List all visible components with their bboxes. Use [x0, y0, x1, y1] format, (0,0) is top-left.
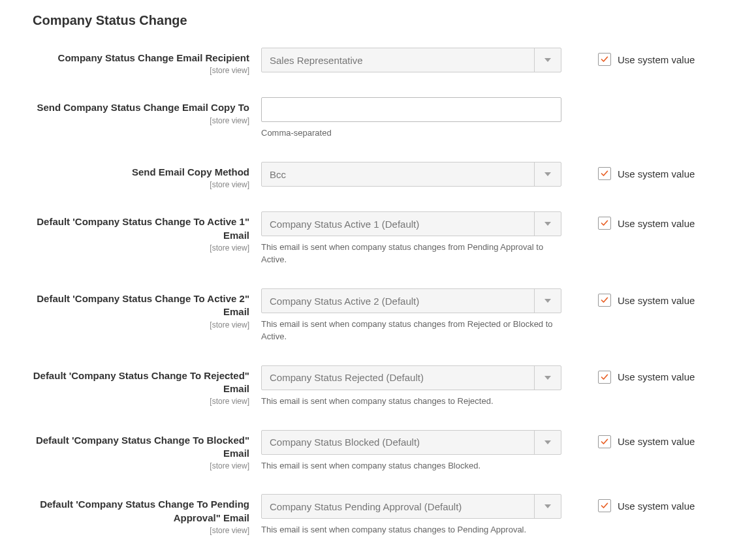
email-copy-to-input[interactable] — [261, 97, 561, 122]
email-recipient-select[interactable]: Sales Representative — [261, 48, 561, 72]
status-active2-select[interactable]: Company Status Active 2 (Default) — [261, 288, 561, 313]
use-system-checkbox[interactable] — [598, 499, 611, 512]
select-value: Company Status Active 1 (Default) — [270, 219, 419, 230]
section-title: Company Status Change — [33, 13, 743, 28]
check-icon — [601, 373, 608, 381]
select-caret — [534, 495, 561, 518]
field-helper: Comma-separated — [261, 127, 561, 140]
field-label: Default 'Company Status Change To Active… — [13, 215, 249, 242]
scope-label: [store view] — [13, 526, 249, 535]
select-caret — [534, 212, 561, 236]
chevron-down-icon — [544, 299, 551, 303]
chevron-down-icon — [544, 504, 551, 508]
field-email-copy-to: Send Company Status Change Email Copy To… — [13, 97, 743, 140]
field-label: Default 'Company Status Change To Reject… — [13, 369, 249, 396]
field-helper: This email is sent when company status c… — [261, 318, 561, 343]
field-status-active1: Default 'Company Status Change To Active… — [13, 211, 743, 266]
use-system-checkbox[interactable] — [598, 167, 611, 180]
field-helper: This email is sent when company status c… — [261, 395, 561, 408]
field-label: Send Email Copy Method — [13, 166, 249, 179]
status-pending-select[interactable]: Company Status Pending Approval (Default… — [261, 494, 561, 519]
scope-label: [store view] — [13, 243, 249, 253]
field-status-pending: Default 'Company Status Change To Pendin… — [13, 494, 743, 536]
use-system-label: Use system value — [618, 168, 695, 179]
check-icon — [601, 170, 608, 177]
select-value: Company Status Pending Approval (Default… — [270, 501, 462, 512]
select-caret — [534, 162, 561, 186]
select-caret — [534, 48, 561, 72]
field-email-recipient: Company Status Change Email Recipient [s… — [13, 48, 743, 75]
field-label: Default 'Company Status Change To Pendin… — [13, 498, 249, 525]
check-icon — [601, 55, 608, 63]
field-helper: This email is sent when company status c… — [261, 460, 561, 472]
field-label: Company Status Change Email Recipient — [13, 52, 249, 65]
check-icon — [601, 296, 608, 304]
use-system-label: Use system value — [618, 371, 695, 382]
field-label: Default 'Company Status Change To Active… — [13, 292, 249, 319]
scope-label: [store view] — [13, 461, 249, 470]
scope-label: [store view] — [13, 66, 249, 75]
select-value: Company Status Blocked (Default) — [270, 437, 420, 448]
use-system-label: Use system value — [618, 295, 695, 306]
field-label: Default 'Company Status Change To Blocke… — [13, 434, 249, 461]
chevron-down-icon — [544, 222, 551, 226]
chevron-down-icon — [544, 58, 551, 62]
check-icon — [601, 502, 608, 510]
use-system-checkbox[interactable] — [598, 294, 611, 307]
select-caret — [534, 431, 561, 454]
field-status-active2: Default 'Company Status Change To Active… — [13, 288, 743, 343]
field-status-rejected: Default 'Company Status Change To Reject… — [13, 365, 743, 408]
field-status-blocked: Default 'Company Status Change To Blocke… — [13, 430, 743, 472]
use-system-checkbox[interactable] — [598, 217, 611, 230]
status-active1-select[interactable]: Company Status Active 1 (Default) — [261, 211, 561, 236]
scope-label: [store view] — [13, 397, 249, 406]
field-helper: This email is sent when company status c… — [261, 241, 561, 266]
select-value: Company Status Active 2 (Default) — [270, 296, 419, 307]
chevron-down-icon — [544, 440, 551, 444]
check-icon — [601, 438, 608, 446]
select-value: Sales Representative — [270, 55, 363, 66]
check-icon — [601, 219, 608, 227]
use-system-checkbox[interactable] — [598, 53, 611, 66]
chevron-down-icon — [544, 172, 551, 176]
use-system-checkbox[interactable] — [598, 371, 611, 384]
scope-label: [store view] — [13, 180, 249, 189]
use-system-checkbox[interactable] — [598, 435, 611, 448]
select-caret — [534, 366, 561, 390]
status-rejected-select[interactable]: Company Status Rejected (Default) — [261, 365, 561, 390]
use-system-label: Use system value — [618, 500, 695, 512]
use-system-label: Use system value — [618, 54, 695, 65]
field-email-copy-method: Send Email Copy Method [store view] Bcc … — [13, 162, 743, 189]
select-caret — [534, 289, 561, 313]
select-value: Bcc — [270, 169, 286, 180]
select-value: Company Status Rejected (Default) — [270, 372, 424, 383]
use-system-label: Use system value — [618, 218, 695, 229]
scope-label: [store view] — [13, 320, 249, 330]
status-blocked-select[interactable]: Company Status Blocked (Default) — [261, 430, 561, 455]
use-system-label: Use system value — [618, 436, 695, 447]
field-helper: This email is sent when company status c… — [261, 524, 561, 536]
email-copy-method-select[interactable]: Bcc — [261, 162, 561, 187]
field-label: Send Company Status Change Email Copy To — [13, 101, 249, 114]
chevron-down-icon — [544, 376, 551, 380]
scope-label: [store view] — [13, 116, 249, 125]
